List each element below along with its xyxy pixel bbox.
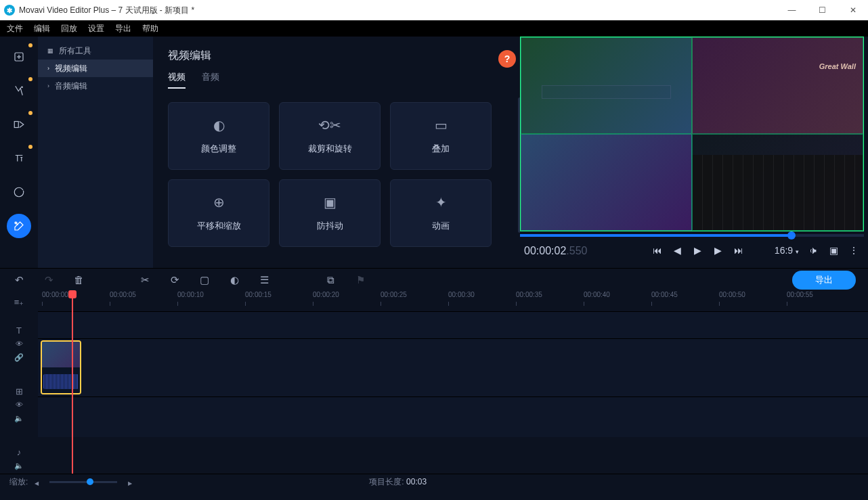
chevron-right-icon: › [47,83,49,89]
card-animate[interactable]: ✦动画 [390,179,492,247]
volume-button[interactable]: 🕩 [807,245,819,256]
video-track-icon: ⊞ [16,384,23,398]
link-icon[interactable]: 🔗 [14,350,24,364]
seekbar-fill [520,234,791,237]
zoom-knob[interactable] [87,478,93,485]
ruler-tick: 00:00:35 [516,291,542,298]
svg-point-3 [22,87,23,88]
rail-transitions[interactable] [7,112,31,137]
snapshot-button[interactable]: ▣ [827,245,840,256]
rotate-button[interactable]: ⟳ [168,274,181,286]
rail-filters[interactable] [7,78,31,103]
visibility-icon[interactable]: 👁 [16,398,23,411]
marker-button[interactable]: ⚑ [353,274,367,286]
clip-properties-button[interactable]: ☰ [257,274,271,286]
play-button[interactable]: ▶ [692,245,704,256]
stabilize-icon: ▣ [324,194,337,210]
svg-rect-4 [14,122,18,128]
timeline-gutter: ≡₊ T 👁 🔗 ⊞ 👁 🔈 ♪ 🔈 [0,291,38,474]
rail-titles[interactable] [7,146,31,171]
zoom-slider[interactable] [49,481,117,483]
panel-title: 视频编辑 [168,49,505,63]
card-stabilize[interactable]: ▣防抖动 [279,179,381,247]
split-button[interactable]: ✂ [138,274,152,286]
playback-controls: 00:00:02.550 ⏮ ◀ ▶ ▶ ⏭ 16:9 ▾ 🕩 ▣ ⋮ [520,237,864,264]
mute-icon[interactable]: 🔈 [14,459,24,472]
card-overlay[interactable]: ▭叠加 [390,102,492,170]
chevron-right-icon: › [47,65,49,72]
zoom-icon: ⊕ [213,194,225,210]
ruler-tick: 00:00:10 [177,291,204,298]
menu-help[interactable]: 帮助 [142,23,158,35]
rail-stickers[interactable] [7,180,31,204]
title-track[interactable] [38,311,868,338]
ruler-tick: 00:00:25 [381,291,407,298]
audio-track[interactable] [38,396,868,437]
rail-add-media[interactable] [7,45,31,69]
mute-icon[interactable]: 🔈 [14,411,24,425]
playhead[interactable] [72,291,73,474]
menu-edit[interactable]: 编辑 [34,23,50,35]
transition-wizard-button[interactable]: ⧉ [324,274,337,286]
crop-button[interactable]: ▢ [198,274,211,286]
goto-end-button[interactable]: ⏭ [733,245,745,256]
sidebar-item-video-edit[interactable]: › 视频编辑 [38,60,153,77]
close-button[interactable]: ✕ [838,0,868,20]
export-button[interactable]: 导出 [792,271,856,290]
zoom-out-button[interactable] [35,478,39,487]
ruler-tick: 00:00:05 [110,291,136,298]
sidebar-item-all-tools[interactable]: ▦ 所有工具 [38,42,153,60]
menu-settings[interactable]: 设置 [88,23,104,35]
window-title: Movavi Video Editor Plus – 7 天试用版 - 新项目 … [19,5,777,16]
delete-button[interactable]: 🗑 [72,274,85,286]
redo-button[interactable]: ↷ [42,274,56,286]
tab-video[interactable]: 视频 [168,71,186,89]
menu-export[interactable]: 导出 [115,23,131,35]
ruler-tick: 00:00:20 [313,291,339,298]
tool-sidebar: ▦ 所有工具 › 视频编辑 › 音频编辑 [38,37,153,268]
video-clip[interactable] [41,340,81,394]
video-preview[interactable] [520,37,864,231]
menu-file[interactable]: 文件 [7,23,23,35]
zoom-label: 缩放: [9,476,28,488]
menubar: 文件 编辑 回放 设置 导出 帮助 [0,20,868,37]
ruler-tick: 00:00:45 [651,291,678,298]
goto-start-button[interactable]: ⏮ [651,245,664,256]
time-display: 00:00:02.550 [524,244,587,257]
card-label: 平移和缩放 [197,220,241,232]
maximize-button[interactable]: ☐ [807,0,838,20]
grid-icon: ▦ [47,47,53,54]
more-button[interactable]: ⋮ [848,245,860,256]
visibility-icon[interactable]: 👁 [16,337,23,350]
card-pan-zoom[interactable]: ⊕平移和缩放 [168,179,269,247]
aspect-ratio-selector[interactable]: 16:9 ▾ [775,245,799,256]
animate-icon: ✦ [435,194,447,210]
audio-track-icon: ♪ [17,445,22,459]
tab-audio[interactable]: 音频 [202,71,219,89]
step-back-button[interactable]: ◀ [672,245,684,256]
zoom-in-button[interactable] [128,478,132,487]
sidebar-item-label: 所有工具 [59,45,91,57]
help-button[interactable]: ? [498,50,516,68]
video-track[interactable] [38,338,868,396]
card-color-adjust[interactable]: ◐颜色调整 [168,102,269,170]
timeline: ≡₊ T 👁 🔗 ⊞ 👁 🔈 ♪ 🔈 00:00:00 00:00:05 00:… [0,291,868,474]
color-button[interactable]: ◐ [227,274,241,286]
main-area: ▦ 所有工具 › 视频编辑 › 音频编辑 ? 视频编辑 视频 音频 ◐颜色调整 … [0,37,868,268]
menu-playback[interactable]: 回放 [61,23,77,35]
card-label: 叠加 [432,143,450,155]
timeline-body[interactable]: 00:00:00 00:00:05 00:00:10 00:00:15 00:0… [38,291,868,474]
sidebar-item-audio-edit[interactable]: › 音频编辑 [38,77,153,95]
card-crop-rotate[interactable]: ⟲✂裁剪和旋转 [279,102,381,170]
seekbar[interactable] [520,234,864,237]
step-forward-button[interactable]: ▶ [712,245,724,256]
minimize-button[interactable]: — [777,0,807,20]
undo-button[interactable]: ↶ [12,274,26,286]
titlebar: ✱ Movavi Video Editor Plus – 7 天试用版 - 新项… [0,0,868,20]
timeline-ruler[interactable]: 00:00:00 00:00:05 00:00:10 00:00:15 00:0… [38,291,868,311]
project-length: 项目长度: 00:03 [369,476,427,488]
ruler-tick: 00:00:55 [787,291,813,298]
rail-more-tools[interactable] [7,214,31,238]
add-track-button[interactable]: ≡₊ [14,295,24,309]
ruler-tick: 00:00:40 [584,291,610,298]
